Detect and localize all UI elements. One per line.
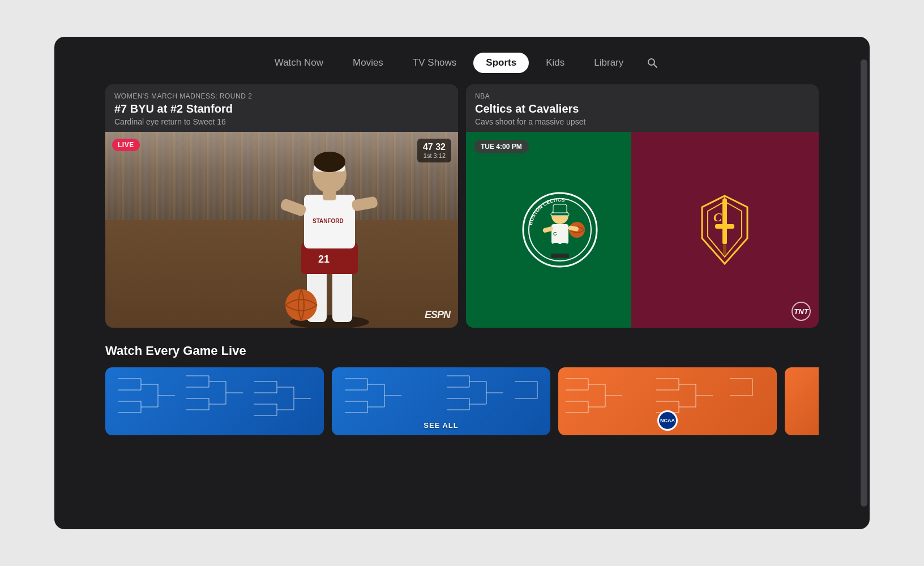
- score-overlay: 47 32 1st 3:12: [417, 139, 451, 162]
- cavaliers-logo: C: [694, 190, 756, 269]
- card-right-info: NBA Celtics at Cavaliers Cavs shoot for …: [466, 84, 819, 132]
- svg-point-15: [285, 289, 317, 321]
- card-left-league: WOMEN'S MARCH MADNESS: ROUND 2: [114, 92, 449, 100]
- espn-logo: ESPN: [425, 309, 450, 321]
- svg-text:C: C: [713, 210, 722, 224]
- card-right-title: Celtics at Cavaliers: [475, 102, 810, 115]
- svg-point-14: [314, 152, 345, 172]
- bottom-card-1[interactable]: [105, 367, 324, 435]
- score-numbers: 47 32: [423, 142, 446, 152]
- nav-item-watch-now[interactable]: Watch Now: [262, 53, 336, 73]
- nav-item-kids[interactable]: Kids: [533, 53, 577, 73]
- svg-rect-31: [722, 199, 727, 244]
- featured-row: WOMEN'S MARCH MADNESS: ROUND 2 #7 BYU at…: [105, 84, 819, 328]
- bottom-card-3[interactable]: NCAA: [558, 367, 777, 435]
- bottom-card-4: [785, 367, 819, 435]
- nav-bar: Watch Now Movies TV Shows Sports Kids Li…: [54, 37, 870, 84]
- nav-item-tv-shows[interactable]: TV Shows: [400, 53, 469, 73]
- svg-rect-33: [715, 224, 734, 229]
- bottom-cards: SEE ALL: [105, 367, 819, 435]
- see-all-label[interactable]: SEE ALL: [424, 421, 458, 430]
- svg-rect-10: [351, 196, 378, 212]
- svg-text:C: C: [553, 231, 557, 237]
- content-area: WOMEN'S MARCH MADNESS: ROUND 2 #7 BYU at…: [54, 84, 870, 529]
- live-badge: LIVE: [112, 139, 140, 151]
- svg-rect-23: [553, 243, 559, 255]
- bracket-pattern-1: [105, 367, 324, 435]
- ncaa-circle: NCAA: [657, 410, 678, 431]
- tnt-logo: TNT: [792, 302, 811, 321]
- cavaliers-half: C: [631, 132, 819, 328]
- nav-item-library[interactable]: Library: [581, 53, 636, 73]
- card-byu-stanford[interactable]: WOMEN'S MARCH MADNESS: ROUND 2 #7 BYU at…: [105, 84, 458, 328]
- player-figure: 21 STANFORD: [250, 132, 409, 328]
- svg-text:21: 21: [318, 254, 330, 265]
- nba-game-visual: C: [466, 132, 819, 328]
- card-left-title: #7 BYU at #2 Stanford: [114, 102, 449, 115]
- bottom-card-2[interactable]: SEE ALL: [332, 367, 550, 435]
- svg-rect-26: [560, 254, 569, 258]
- card-left-subtitle: Cardinal eye return to Sweet 16: [114, 117, 449, 126]
- nav-item-movies[interactable]: Movies: [340, 53, 396, 73]
- card-right-league: NBA: [475, 92, 810, 100]
- search-icon[interactable]: [643, 53, 662, 72]
- svg-rect-9: [279, 198, 307, 217]
- game-time-badge: TUE 4:00 PM: [474, 140, 529, 153]
- scroll-hint: [861, 84, 867, 507]
- section-title: Watch Every Game Live: [105, 344, 819, 358]
- svg-line-1: [654, 65, 657, 68]
- celtics-half: C: [466, 132, 654, 328]
- card-celtics-cavaliers[interactable]: NBA Celtics at Cavaliers Cavs shoot for …: [466, 84, 819, 328]
- tv-frame: Watch Now Movies TV Shows Sports Kids Li…: [54, 37, 870, 529]
- svg-rect-34: [723, 244, 726, 255]
- svg-rect-24: [561, 243, 567, 255]
- svg-rect-25: [551, 254, 560, 258]
- card-right-subtitle: Cavs shoot for a massive upset: [475, 117, 810, 126]
- svg-rect-20: [551, 213, 569, 216]
- score-period: 1st 3:12: [423, 152, 446, 159]
- nav-item-sports[interactable]: Sports: [473, 53, 529, 73]
- card-left-image: 21 STANFORD: [105, 132, 458, 328]
- ncaa-badge: NCAA: [657, 410, 678, 431]
- card-left-info: WOMEN'S MARCH MADNESS: ROUND 2 #7 BYU at…: [105, 84, 458, 132]
- celtics-logo: C: [520, 190, 600, 269]
- svg-text:STANFORD: STANFORD: [313, 218, 344, 224]
